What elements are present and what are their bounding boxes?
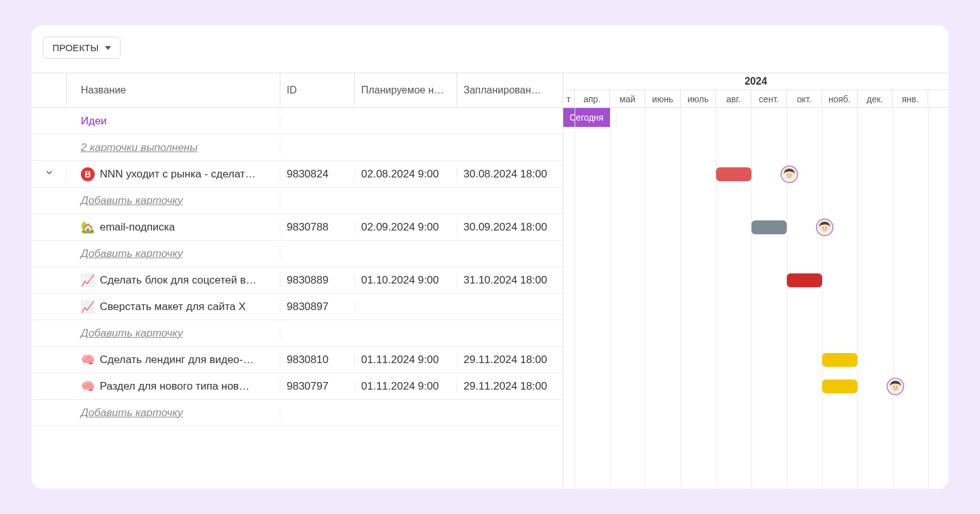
task-emoji-icon: 🧠 — [81, 380, 95, 393]
month-cell: авг. — [716, 90, 751, 107]
table-pane: Название ID Планируемое н… Запланирован…… — [32, 73, 563, 489]
task-start-cell[interactable]: 02.08.2024 9:00 — [355, 168, 457, 181]
task-id-cell[interactable]: 9830824 — [280, 168, 355, 181]
svg-point-5 — [821, 225, 828, 232]
group-title[interactable]: Идеи — [67, 115, 280, 128]
table-row[interactable]: 🏡email-подписка983078802.09.2024 9:0030.… — [32, 214, 563, 241]
avatar-icon — [817, 219, 832, 236]
task-name: Сделать лендинг для видео-… — [100, 354, 254, 366]
table-row[interactable]: 📈Сверстать макет для сайта Х9830897 — [32, 294, 563, 320]
gantt-bar[interactable] — [787, 273, 822, 287]
add-card-row: Добавить карточку — [32, 188, 563, 214]
chevron-down-icon — [105, 46, 111, 50]
add-card-link[interactable]: Добавить карточку — [67, 248, 280, 260]
col-start-header[interactable]: Планируемое н… — [355, 73, 457, 107]
task-end-cell[interactable]: 29.11.2024 18:00 — [457, 354, 563, 366]
svg-point-10 — [893, 386, 895, 388]
task-emoji-icon: 🏡 — [81, 220, 95, 234]
assignee-avatar[interactable] — [780, 165, 798, 183]
gantt-bar[interactable] — [822, 353, 858, 367]
gantt-bar[interactable] — [822, 380, 858, 393]
task-name-cell[interactable]: 🧠Раздел для нового типа нов… — [67, 380, 280, 393]
assignee-avatar[interactable] — [887, 378, 904, 395]
app-window: ПРОЕКТЫ Название ID Планируемое н… Запла… — [32, 25, 948, 489]
col-toggle-header — [32, 73, 67, 107]
gantt-bar[interactable] — [751, 220, 787, 234]
year-header: 2024 — [563, 73, 948, 90]
svg-point-2 — [787, 174, 789, 176]
task-start-cell[interactable]: 01.11.2024 9:00 — [355, 380, 457, 393]
month-cell: июнь — [645, 90, 681, 107]
col-name-header[interactable]: Название — [67, 73, 280, 107]
add-card-row: Добавить карточку — [32, 400, 563, 426]
gantt-bar[interactable] — [716, 167, 751, 181]
table-row[interactable]: 📈Сделать блок для соцсетей в…983088901.1… — [32, 267, 563, 294]
task-id-cell[interactable]: 9830889 — [280, 274, 355, 287]
projects-dropdown[interactable]: ПРОЕКТЫ — [43, 37, 121, 59]
svg-point-7 — [825, 227, 827, 229]
avatar-icon — [782, 166, 797, 182]
avatar-icon — [888, 378, 903, 395]
task-name-cell[interactable]: BNNN уходит с рынка - сделат… — [67, 167, 280, 181]
month-cell: апр. — [575, 90, 610, 107]
task-id-cell[interactable]: 9830897 — [280, 301, 355, 313]
task-start-cell[interactable]: 01.11.2024 9:00 — [355, 354, 457, 366]
grid-line — [716, 108, 717, 489]
task-id-cell[interactable]: 9830810 — [280, 354, 355, 366]
svg-point-3 — [790, 174, 791, 176]
add-card-link[interactable]: Добавить карточку — [67, 194, 280, 207]
grid-line — [610, 108, 611, 489]
add-card-link[interactable]: Добавить карточку — [67, 407, 280, 419]
task-name: Сверстать макет для сайта Х — [100, 301, 246, 313]
done-link-row: 2 карточки выполнены — [32, 134, 563, 161]
add-card-row: Добавить карточку — [32, 241, 563, 267]
rows-container: Идеи2 карточки выполненыBNNN уходит с ры… — [32, 108, 563, 426]
timeline-pane[interactable]: 2024 тапр.майиюньиюльавг.сент.окт.нояб.д… — [563, 73, 948, 489]
task-name: Раздел для нового типа нов… — [100, 380, 249, 393]
svg-point-6 — [823, 227, 824, 229]
table-row[interactable]: BNNN уходит с рынка - сделат…983082402.0… — [32, 161, 563, 188]
column-headers: Название ID Планируемое н… Запланирован… — [32, 73, 563, 108]
task-name-cell[interactable]: 📈Сделать блок для соцсетей в… — [67, 273, 280, 287]
task-id-cell[interactable]: 9830788 — [280, 221, 355, 234]
task-end-cell[interactable]: 30.09.2024 18:00 — [457, 221, 563, 234]
grid-line — [645, 108, 646, 489]
task-end-cell[interactable]: 30.08.2024 18:00 — [457, 168, 563, 181]
month-cell: дек. — [858, 90, 893, 107]
task-id-cell[interactable]: 9830797 — [280, 380, 355, 393]
projects-dropdown-label: ПРОЕКТЫ — [52, 42, 99, 53]
svg-point-9 — [892, 384, 899, 391]
grid-line — [893, 108, 893, 489]
grid-line — [858, 108, 858, 489]
task-end-cell[interactable]: 31.10.2024 18:00 — [457, 274, 563, 287]
task-name-cell[interactable]: 🏡email-подписка — [67, 220, 280, 234]
row-toggle-cell[interactable] — [32, 167, 67, 181]
today-marker[interactable]: Сегодня — [563, 108, 610, 127]
month-cell: янв. — [893, 90, 928, 107]
done-cards-link[interactable]: 2 карточки выполнены — [67, 141, 280, 154]
svg-point-11 — [896, 386, 897, 388]
grid-line — [822, 108, 823, 489]
task-name: NNN уходит с рынка - сделат… — [100, 168, 256, 181]
table-row[interactable]: 🧠Сделать лендинг для видео-…983081001.11… — [32, 347, 563, 373]
chevron-down-icon[interactable] — [44, 167, 54, 181]
group-title-row: Идеи — [32, 108, 563, 134]
task-name: Сделать блок для соцсетей в… — [100, 274, 256, 287]
task-emoji-icon: 📈 — [81, 273, 95, 287]
task-name-cell[interactable]: 📈Сверстать макет для сайта Х — [67, 300, 280, 314]
month-cell: май — [610, 90, 645, 107]
col-end-header[interactable]: Запланирован… — [457, 73, 563, 107]
add-card-link[interactable]: Добавить карточку — [67, 327, 280, 340]
task-name-cell[interactable]: 🧠Сделать лендинг для видео-… — [67, 353, 280, 367]
task-emoji-icon: 📈 — [81, 300, 95, 314]
task-start-cell[interactable]: 01.10.2024 9:00 — [355, 274, 457, 287]
months-header: тапр.майиюньиюльавг.сент.окт.нояб.дек.ян… — [563, 90, 948, 108]
task-name: email-подписка — [100, 221, 175, 234]
grid-line — [928, 108, 929, 489]
timeline-body: Сегодня — [563, 108, 948, 489]
task-end-cell[interactable]: 29.11.2024 18:00 — [457, 380, 563, 393]
task-start-cell[interactable]: 02.09.2024 9:00 — [355, 221, 457, 234]
assignee-avatar[interactable] — [816, 218, 834, 236]
table-row[interactable]: 🧠Раздел для нового типа нов…983079701.11… — [32, 373, 563, 400]
col-id-header[interactable]: ID — [280, 73, 355, 107]
